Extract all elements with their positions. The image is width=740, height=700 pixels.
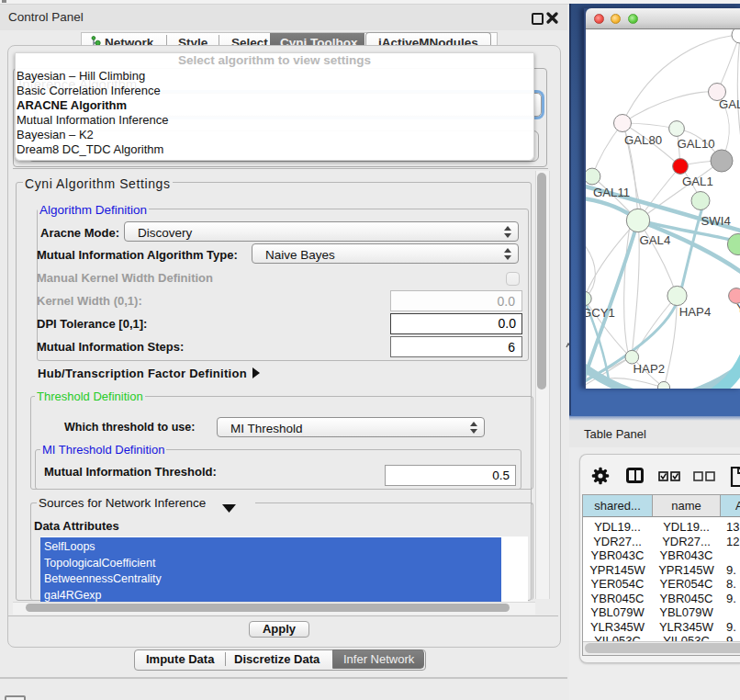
svg-text:GAL10: GAL10	[678, 137, 715, 151]
svg-text:SWI4: SWI4	[701, 214, 731, 228]
svg-text:GAL11: GAL11	[593, 186, 630, 199]
svg-text:GCY1: GCY1	[586, 306, 615, 320]
svg-text:HAP4: HAP4	[679, 305, 711, 319]
svg-text:HAP2: HAP2	[633, 362, 665, 376]
svg-text:GAL1: GAL1	[682, 175, 713, 188]
svg-text:Y: Y	[736, 301, 740, 315]
svg-text:GAL4: GAL4	[640, 233, 671, 247]
svg-text:GAL7: GAL7	[719, 97, 740, 111]
svg-text:GAL80: GAL80	[624, 133, 662, 147]
